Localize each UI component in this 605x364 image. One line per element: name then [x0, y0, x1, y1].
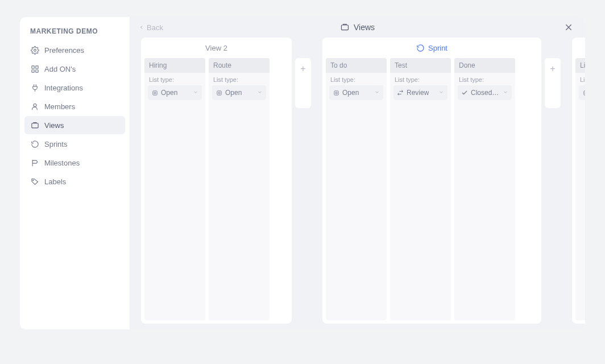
sidebar-title: MARKETING DEMO	[24, 27, 125, 41]
board-sprint: Sprint To do List type: Open	[322, 38, 541, 324]
status-selector[interactable]: Open	[329, 85, 383, 100]
lane-header: To do	[326, 58, 387, 73]
lane-done: Done List type: Closed …	[454, 58, 515, 320]
svg-rect-3	[31, 69, 34, 72]
close-icon	[564, 23, 573, 32]
lane-body: List type: Open	[209, 73, 270, 320]
lane-body: List type: Open	[326, 73, 387, 320]
lane-body: List type: Closed …	[454, 73, 515, 320]
sidebar-item-integrations[interactable]: Integrations	[24, 78, 125, 97]
list-type-label: List type:	[458, 76, 512, 83]
svg-point-5	[34, 104, 36, 106]
list-type-label: List type:	[329, 76, 383, 83]
svg-rect-13	[217, 90, 221, 94]
status-selector[interactable]: Open	[148, 85, 202, 100]
svg-rect-1	[31, 65, 34, 68]
list-type-label: List type:	[212, 76, 266, 83]
chevron-down-icon	[374, 89, 380, 97]
sidebar-item-label: Integrations	[44, 84, 83, 92]
lane-todo: To do List type: Open	[326, 58, 387, 320]
open-status-icon	[333, 89, 339, 96]
svg-rect-15	[334, 90, 338, 94]
sidebar-item-label: Sprints	[44, 140, 67, 148]
svg-point-0	[34, 49, 36, 51]
board-header: View 2	[141, 38, 292, 58]
sidebar-item-label: Preferences	[44, 46, 84, 55]
lane-header: Route	[209, 58, 270, 73]
main-panel: Back Views View 2 Hiring	[130, 17, 585, 329]
sidebar: MARKETING DEMO Preferences Add ON's Inte…	[20, 17, 130, 329]
status-label: Review	[407, 89, 429, 97]
gear-icon	[30, 46, 39, 55]
status-selector[interactable]: Open	[212, 85, 266, 100]
lane-hiring: Hiring List type: Open	[144, 58, 205, 320]
sidebar-item-sprints[interactable]: Sprints	[24, 135, 125, 153]
svg-rect-8	[341, 25, 348, 30]
chevron-left-icon	[139, 24, 144, 31]
lane-list1: List 1 List type Ope	[575, 58, 585, 320]
close-button[interactable]	[561, 20, 576, 35]
lanes: List 1 List type Ope	[572, 58, 585, 320]
page-title: Views	[340, 23, 375, 32]
back-button[interactable]: Back	[139, 23, 163, 32]
svg-rect-16	[335, 92, 337, 94]
lane-body: List type Ope	[575, 73, 585, 320]
sidebar-item-milestones[interactable]: Milestones	[24, 154, 125, 172]
tag-icon	[30, 177, 39, 186]
sidebar-item-members[interactable]: Members	[24, 97, 125, 115]
svg-rect-4	[35, 69, 38, 72]
back-label: Back	[147, 23, 163, 32]
add-lane-button[interactable]: +	[295, 58, 311, 108]
boards-container: View 2 Hiring List type: Open	[130, 38, 585, 329]
list-type-label: List type:	[148, 76, 202, 83]
lane-body: List type: Review	[390, 73, 451, 320]
add-lane-button[interactable]: +	[545, 58, 561, 108]
topbar: Back Views	[130, 17, 585, 38]
open-status-icon	[582, 89, 585, 96]
lane-route: Route List type: Open	[209, 58, 270, 320]
chevron-down-icon	[503, 89, 508, 97]
chevron-down-icon	[193, 89, 198, 97]
svg-rect-6	[31, 123, 38, 127]
status-selector[interactable]: Review	[393, 85, 447, 100]
open-status-icon	[151, 89, 158, 96]
sprint-icon	[416, 44, 425, 52]
status-selector[interactable]: Closed …	[458, 85, 512, 100]
folder-icon	[30, 121, 39, 130]
lane-body: List type: Open	[144, 73, 205, 320]
status-selector[interactable]: Ope	[579, 85, 585, 100]
svg-rect-11	[152, 90, 156, 94]
list-type-label: List type:	[393, 76, 447, 83]
sidebar-item-addons[interactable]: Add ON's	[24, 60, 125, 78]
board-title: Sprint	[428, 44, 447, 52]
status-label: Open	[225, 89, 242, 97]
sidebar-item-label: Milestones	[44, 159, 80, 167]
lanes: Hiring List type: Open	[141, 58, 292, 320]
svg-rect-2	[35, 65, 38, 68]
closed-status-icon	[461, 89, 468, 96]
sprint-icon	[30, 139, 39, 148]
page-title-text: Views	[354, 23, 375, 32]
review-status-icon	[397, 89, 404, 96]
svg-point-7	[32, 180, 33, 180]
sidebar-item-labels[interactable]: Labels	[24, 172, 125, 191]
sidebar-item-views[interactable]: Views	[24, 116, 125, 134]
open-status-icon	[216, 89, 222, 96]
grid-icon	[30, 64, 39, 73]
folder-icon	[340, 23, 349, 32]
sidebar-item-label: Labels	[44, 177, 66, 186]
sidebar-item-label: Members	[44, 102, 75, 111]
sidebar-item-preferences[interactable]: Preferences	[24, 41, 125, 59]
board-header	[572, 38, 585, 58]
board-title: View 2	[205, 44, 227, 52]
status-label: Closed …	[471, 89, 500, 97]
chevron-down-icon	[257, 89, 263, 97]
status-label: Open	[161, 89, 177, 97]
board-view2-wrap: View 2 Hiring List type: Open	[141, 38, 311, 324]
board-header: Sprint	[322, 38, 541, 58]
lane-header: Hiring	[144, 58, 205, 73]
board-sprint-wrap: Sprint To do List type: Open	[322, 38, 561, 324]
user-icon	[30, 102, 39, 111]
list-type-label: List type	[579, 76, 585, 83]
lanes: To do List type: Open	[322, 58, 541, 320]
